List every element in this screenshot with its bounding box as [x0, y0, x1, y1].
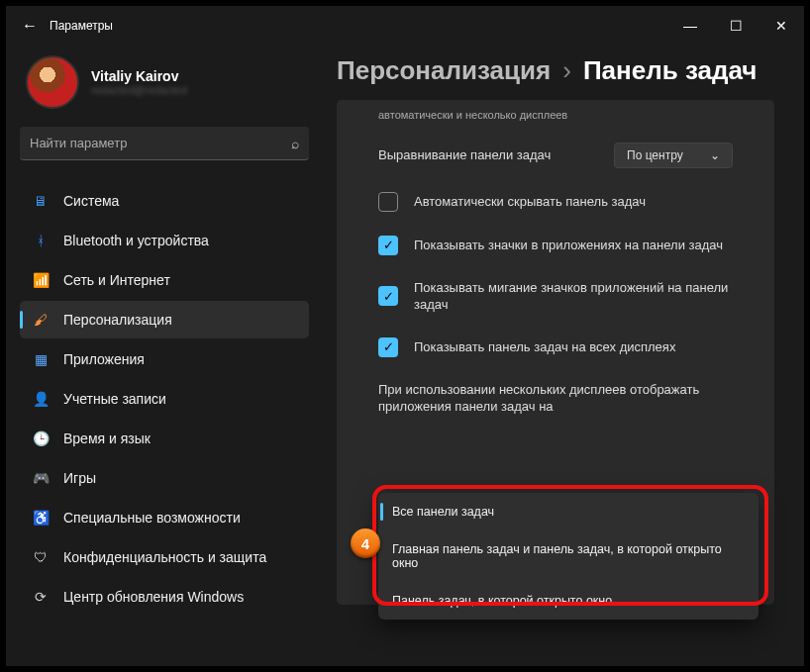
dropdown-option-open[interactable]: Панель задач, в которой открыто окно: [378, 582, 759, 620]
checkbox-badges[interactable]: ✓: [378, 236, 398, 255]
alignment-select[interactable]: По центру⌄: [614, 143, 733, 168]
dropdown-option-all[interactable]: Все панели задач: [378, 493, 759, 530]
chevron-down-icon: ⌄: [710, 148, 720, 162]
nav-label: Конфиденциальность и защита: [63, 549, 266, 565]
nav-label: Система: [63, 193, 119, 209]
breadcrumb-parent[interactable]: Персонализация: [337, 55, 551, 86]
nav-label: Сеть и Интернет: [63, 272, 170, 288]
row-multi-label: При использовании нескольких дисплеев от…: [337, 369, 774, 428]
sidebar: Vitaliy Kairov redacted@redacted ⌕ 🖥Сист…: [6, 46, 323, 666]
nav-label: Центр обновления Windows: [63, 589, 244, 605]
sidebar-item-7[interactable]: 🎮Игры: [20, 459, 309, 497]
window-title: Параметры: [50, 19, 113, 33]
titlebar: ← Параметры — ☐ ✕: [6, 6, 804, 46]
dropdown-option-main-and-open[interactable]: Главная панель задач и панель задач, в к…: [378, 530, 759, 582]
row-alignment: Выравнивание панели задач По центру⌄: [337, 131, 774, 180]
sidebar-item-10[interactable]: ⟳Центр обновления Windows: [20, 578, 309, 616]
sidebar-item-0[interactable]: 🖥Система: [20, 182, 309, 220]
maximize-button[interactable]: ☐: [713, 6, 759, 46]
checkbox-autohide[interactable]: [378, 192, 398, 212]
minimize-button[interactable]: —: [667, 6, 713, 46]
chevron-right-icon: ›: [562, 55, 571, 86]
sidebar-item-1[interactable]: ᚼBluetooth и устройства: [20, 222, 309, 259]
user-email: redacted@redacted: [91, 84, 187, 96]
user-name: Vitaliy Kairov: [91, 68, 187, 84]
nav-label: Специальные возможности: [63, 510, 241, 526]
search-input[interactable]: [30, 136, 291, 150]
nav-label: Игры: [63, 470, 96, 486]
nav-label: Bluetooth и устройства: [63, 233, 209, 248]
search-box[interactable]: ⌕: [20, 127, 309, 160]
panel-subtext: автоматически и несколько дисплеев: [337, 100, 774, 131]
checkbox-all-displays[interactable]: ✓: [378, 337, 398, 357]
row-badges[interactable]: ✓ Показывать значки в приложениях на пан…: [337, 224, 774, 267]
nav-icon: ⟳: [32, 588, 50, 606]
nav-label: Приложения: [63, 351, 145, 367]
sidebar-item-3[interactable]: 🖌Персонализация: [20, 301, 309, 338]
breadcrumb: Персонализация › Панель задач: [337, 55, 774, 86]
nav-icon: 🖌: [32, 311, 50, 329]
row-flash[interactable]: ✓ Показывать мигание значков приложений …: [337, 267, 774, 326]
annotation-badge-4: 4: [351, 528, 380, 558]
sidebar-item-8[interactable]: ♿Специальные возможности: [20, 499, 309, 536]
alignment-label: Выравнивание панели задач: [378, 146, 598, 164]
checkbox-flash[interactable]: ✓: [378, 286, 398, 306]
nav-icon: ♿: [32, 509, 50, 527]
sidebar-item-6[interactable]: 🕒Время и язык: [20, 420, 309, 457]
sidebar-item-5[interactable]: 👤Учетные записи: [20, 380, 309, 418]
nav-icon: 🛡: [32, 548, 50, 566]
row-all-displays[interactable]: ✓ Показывать панель задач на всех диспле…: [337, 326, 774, 369]
search-icon: ⌕: [291, 136, 299, 151]
nav-label: Время и язык: [63, 431, 151, 446]
nav-label: Персонализация: [63, 312, 172, 328]
nav-icon: 🕒: [32, 430, 50, 447]
nav-icon: ▦: [32, 350, 50, 368]
nav-icon: ᚼ: [32, 232, 50, 249]
nav-icon: 🖥: [32, 192, 50, 210]
user-profile[interactable]: Vitaliy Kairov redacted@redacted: [20, 46, 309, 127]
row-autohide[interactable]: Автоматически скрывать панель задач: [337, 180, 774, 224]
back-button[interactable]: ←: [14, 17, 46, 35]
nav-icon: 🎮: [32, 469, 50, 487]
multi-display-dropdown[interactable]: Все панели задач Главная панель задач и …: [378, 493, 759, 620]
sidebar-item-9[interactable]: 🛡Конфиденциальность и защита: [20, 538, 309, 576]
close-button[interactable]: ✕: [759, 6, 804, 46]
nav-icon: 📶: [32, 271, 50, 289]
sidebar-item-2[interactable]: 📶Сеть и Интернет: [20, 261, 309, 299]
breadcrumb-current: Панель задач: [583, 55, 758, 86]
avatar: [26, 55, 79, 109]
nav-label: Учетные записи: [63, 391, 166, 407]
nav-icon: 👤: [32, 390, 50, 408]
sidebar-item-4[interactable]: ▦Приложения: [20, 340, 309, 378]
